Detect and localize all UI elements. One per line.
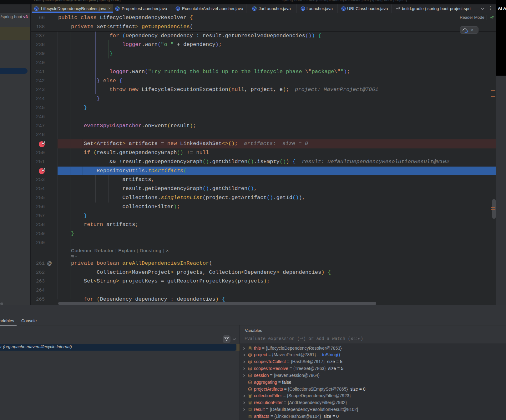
svg-text:p: p bbox=[249, 381, 251, 384]
svg-text:C: C bbox=[177, 7, 179, 10]
svg-text:C: C bbox=[35, 7, 38, 10]
svg-text:p: p bbox=[249, 360, 251, 363]
svg-text:p: p bbox=[249, 388, 251, 391]
svg-text:p: p bbox=[249, 367, 251, 370]
svg-text:p: p bbox=[249, 353, 251, 357]
svg-text:p: p bbox=[249, 374, 251, 377]
